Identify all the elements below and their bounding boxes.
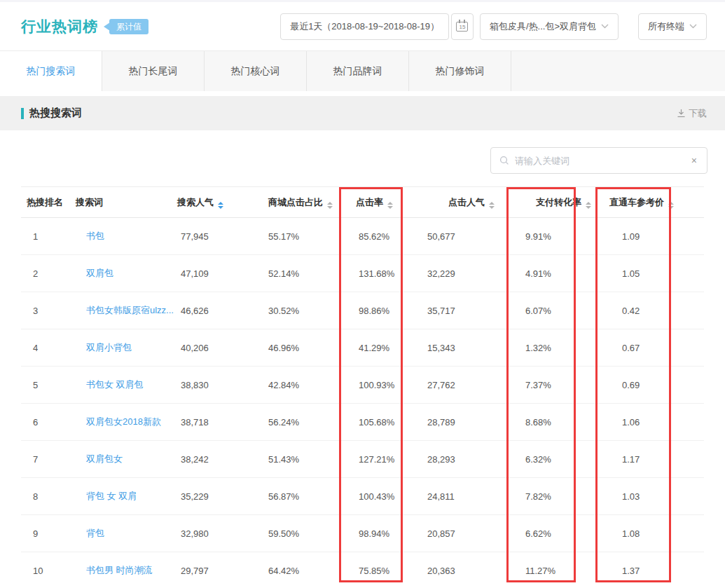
keyword-link[interactable]: 背包 女 双肩 (86, 491, 137, 501)
page-title: 行业热词榜 (21, 17, 98, 36)
page-header: 行业热词榜 累计值 最近1天（2018-08-19~2018-08-19） 15… (0, 2, 725, 50)
tab-hot-longtail-words[interactable]: 热门长尾词 (102, 51, 205, 91)
keyword-cell: 双肩包女2018新款 (76, 404, 175, 441)
click-rate-cell: 105.68% (340, 404, 403, 441)
click-popularity-cell: 20,857 (403, 515, 508, 552)
sort-icon[interactable] (586, 202, 591, 209)
sort-icon[interactable] (668, 202, 674, 209)
terminal-dropdown[interactable]: 所有终端 (638, 13, 707, 40)
tab-hot-core-words[interactable]: 热门核心词 (205, 51, 307, 91)
rank-cell: 2 (21, 255, 76, 292)
col-header-mall-click-ratio[interactable]: 商城点击占比 (263, 187, 340, 218)
tab-hot-modifier-words[interactable]: 热门修饰词 (409, 51, 511, 91)
clear-search-icon[interactable]: × (690, 155, 698, 166)
mall-click-ratio-cell: 55.17% (263, 218, 340, 255)
pay-conversion-cell: 6.62% (508, 515, 592, 552)
download-button[interactable]: 下载 (677, 107, 707, 120)
rank-cell: 6 (21, 404, 76, 441)
rank-cell: 5 (21, 367, 76, 404)
date-filter-group: 最近1天（2018-08-19~2018-08-19） 15 (280, 13, 474, 40)
sort-icon[interactable] (489, 202, 495, 209)
mall-click-ratio-cell: 52.14% (263, 255, 340, 292)
col-header-ztc-price[interactable]: 直通车参考价 (592, 187, 704, 218)
ztc-price-cell: 1.03 (592, 478, 704, 515)
mall-click-ratio-cell: 59.50% (263, 515, 340, 552)
tab-hot-search-words[interactable]: 热门搜索词 (0, 51, 102, 91)
table-row: 8背包 女 双肩35,22956.87%100.43%24,8117.82%1.… (21, 478, 704, 515)
col-header-search-popularity[interactable]: 搜索人气 (175, 187, 263, 218)
rank-cell: 1 (21, 218, 76, 255)
click-popularity-cell: 28,789 (403, 404, 508, 441)
click-rate-cell: 98.94% (340, 515, 403, 552)
click-popularity-cell: 20,363 (403, 552, 508, 588)
keyword-link[interactable]: 书包女 双肩包 (86, 379, 144, 390)
ztc-price-cell: 0.69 (592, 367, 704, 404)
rank-cell: 7 (21, 441, 76, 478)
keyword-cell: 双肩包 (76, 255, 175, 292)
sort-icon[interactable] (218, 202, 223, 209)
category-dropdown[interactable]: 箱包皮具/热...包>双肩背包 (480, 13, 619, 40)
ztc-price-cell: 1.05 (592, 255, 704, 292)
keyword-link[interactable]: 书包 (86, 231, 104, 241)
download-icon (677, 109, 686, 118)
col-header-rank: 热搜排名 (21, 187, 76, 218)
sort-icon[interactable] (327, 202, 333, 209)
rank-cell: 3 (21, 292, 76, 329)
rank-cell: 4 (21, 329, 76, 367)
keyword-link[interactable]: 双肩包女 (86, 453, 123, 464)
mall-click-ratio-cell: 42.84% (263, 367, 340, 404)
table-row: 2双肩包47,10952.14%131.68%32,2294.91%1.05 (21, 255, 704, 292)
sort-icon[interactable] (387, 202, 393, 209)
table-row: 6双肩包女2018新款38,71856.24%105.68%28,7898.68… (21, 404, 704, 441)
table-row: 10书包男 时尚潮流29,79764.42%75.85%20,36311.27%… (21, 552, 704, 588)
keyword-link[interactable]: 双肩包女2018新款 (86, 416, 161, 427)
calendar-picker-button[interactable]: 15 (451, 13, 474, 40)
date-range-button[interactable]: 最近1天（2018-08-19~2018-08-19） (280, 13, 449, 40)
keyword-cell: 书包女 双肩包 (76, 367, 175, 404)
col-header-keyword: 搜索词 (76, 187, 175, 218)
table-row: 3书包女韩版原宿ulzz...46,62630.52%98.86%35,7176… (21, 292, 704, 329)
click-popularity-cell: 15,343 (403, 329, 508, 367)
rank-cell: 9 (21, 515, 76, 552)
keyword-link[interactable]: 双肩小背包 (86, 342, 132, 353)
table-row: 1书包77,94555.17%85.62%50,6779.91%1.09 (21, 218, 704, 255)
click-rate-cell: 41.29% (340, 329, 403, 367)
search-popularity-cell: 29,797 (175, 552, 263, 588)
search-popularity-cell: 77,945 (175, 218, 263, 255)
search-input[interactable] (515, 156, 690, 166)
ztc-price-cell: 1.08 (592, 515, 704, 552)
terminal-dropdown-label: 所有终端 (648, 20, 684, 33)
search-popularity-cell: 38,242 (175, 441, 263, 478)
keyword-link[interactable]: 书包女韩版原宿ulzz... (86, 305, 174, 315)
pay-conversion-cell: 8.68% (508, 404, 592, 441)
pay-conversion-cell: 9.91% (508, 218, 592, 255)
col-header-click-rate[interactable]: 点击率 (340, 187, 403, 218)
search-row: × (21, 147, 707, 174)
click-rate-cell: 127.21% (340, 441, 403, 478)
pay-conversion-cell: 1.32% (508, 329, 592, 367)
mall-click-ratio-cell: 51.43% (263, 441, 340, 478)
search-popularity-cell: 40,206 (175, 329, 263, 367)
click-popularity-cell: 50,677 (403, 218, 508, 255)
pay-conversion-cell: 6.07% (508, 292, 592, 329)
keyword-cell: 背包 女 双肩 (76, 478, 175, 515)
ztc-price-cell: 1.37 (592, 552, 704, 588)
click-popularity-cell: 27,762 (403, 367, 508, 404)
search-popularity-cell: 35,229 (175, 478, 263, 515)
table-row: 9背包32,98059.50%98.94%20,8576.62%1.08 (21, 515, 704, 552)
chevron-down-icon (601, 24, 609, 29)
table-row: 4双肩小背包40,20646.96%41.29%15,3431.32%0.67 (21, 329, 704, 367)
download-label: 下载 (689, 107, 707, 120)
keyword-cell: 双肩包女 (76, 441, 175, 478)
col-header-click-popularity[interactable]: 点击人气 (403, 187, 508, 218)
tab-hot-brand-words[interactable]: 热门品牌词 (307, 51, 409, 91)
keyword-link[interactable]: 背包 (86, 528, 104, 538)
ztc-price-cell: 0.42 (592, 292, 704, 329)
col-header-pay-conversion[interactable]: 支付转化率 (508, 187, 592, 218)
keyword-link[interactable]: 书包男 时尚潮流 (86, 565, 153, 575)
table-row: 5书包女 双肩包38,83042.84%100.93%27,7627.37%0.… (21, 367, 704, 404)
tab-bar: 热门搜索词 热门长尾词 热门核心词 热门品牌词 热门修饰词 (0, 50, 725, 91)
pay-conversion-cell: 6.32% (508, 441, 592, 478)
keyword-link[interactable]: 双肩包 (86, 268, 113, 278)
tab-gap (0, 91, 725, 96)
